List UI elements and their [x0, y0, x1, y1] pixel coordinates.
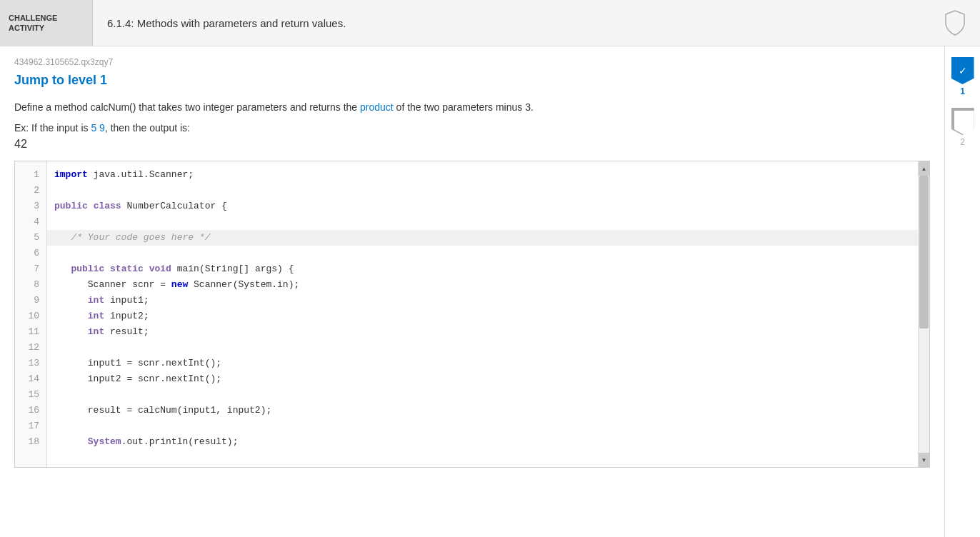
code-line-1: import java.util.Scanner;: [47, 167, 918, 183]
scroll-track[interactable]: [919, 176, 929, 453]
scroll-down-button[interactable]: ▼: [919, 453, 930, 467]
challenge-activity-badge: CHALLENGE ACTIVITY: [0, 0, 93, 46]
code-line-18: System.out.println(result);: [47, 434, 918, 450]
activity-id: 434962.3105652.qx3zqy7: [14, 57, 930, 67]
code-line-14: input2 = scnr.nextInt();: [47, 371, 918, 387]
code-line-11: int result;: [47, 324, 918, 340]
header-shield-icon: [941, 9, 969, 37]
header: CHALLENGE ACTIVITY 6.1.4: Methods with p…: [0, 0, 980, 46]
scroll-up-button[interactable]: ▲: [919, 161, 930, 176]
code-line-7: public static void main(String[] args) {: [47, 261, 918, 277]
jump-to-level[interactable]: Jump to level 1: [14, 73, 930, 88]
code-line-13: input1 = scnr.nextInt();: [47, 356, 918, 371]
main-container: 434962.3105652.qx3zqy7 Jump to level 1 D…: [0, 46, 980, 537]
level-1-checkmark: ✓: [959, 65, 967, 76]
level-1-shield-active: ✓: [951, 57, 974, 84]
code-line-4: [47, 214, 918, 230]
code-lines: import java.util.Scanner; public class N…: [47, 161, 918, 467]
code-line-15: [47, 387, 918, 403]
code-line-8: Scanner scnr = new Scanner(System.in);: [47, 277, 918, 293]
highlight-input: 5 9: [91, 122, 104, 134]
right-sidebar: ✓ 1 2: [944, 46, 980, 537]
description: Define a method calcNum() that takes two…: [14, 99, 930, 115]
code-line-10: int input2;: [47, 308, 918, 324]
line-numbers: 1 2 3 4 5 6 7 8 9 10 11 12 13 14: [15, 161, 47, 467]
code-line-12: [47, 340, 918, 356]
scroll-thumb[interactable]: [919, 176, 929, 328]
code-editor[interactable]: 1 2 3 4 5 6 7 8 9 10 11 12 13 14: [14, 161, 930, 468]
code-line-5: /* Your code goes here */: [47, 230, 918, 246]
code-line-9: int input1;: [47, 293, 918, 308]
code-scrollbar[interactable]: ▲ ▼: [918, 161, 929, 467]
example: Ex: If the input is 5 9, then the output…: [14, 122, 930, 134]
code-line-17: [47, 418, 918, 434]
header-title: 6.1.4: Methods with parameters and retur…: [93, 17, 941, 29]
highlight-product: product: [360, 101, 394, 113]
level-2-badge-inactive[interactable]: 2: [951, 108, 974, 159]
badge-text: CHALLENGE ACTIVITY: [9, 13, 57, 34]
level-2-number: 2: [960, 137, 965, 147]
code-line-6: [47, 246, 918, 261]
code-line-3: public class NumberCalculator {: [47, 199, 918, 214]
code-scroll-area[interactable]: 1 2 3 4 5 6 7 8 9 10 11 12 13 14: [15, 161, 918, 467]
level-2-shield-inactive: [951, 108, 974, 135]
code-line-2: [47, 183, 918, 199]
output-value: 42: [14, 138, 930, 151]
level-1-badge-active[interactable]: ✓ 1: [951, 57, 974, 108]
code-line-16: result = calcNum(input1, input2);: [47, 403, 918, 418]
content-area: 434962.3105652.qx3zqy7 Jump to level 1 D…: [0, 46, 944, 537]
level-1-number: 1: [960, 86, 965, 96]
